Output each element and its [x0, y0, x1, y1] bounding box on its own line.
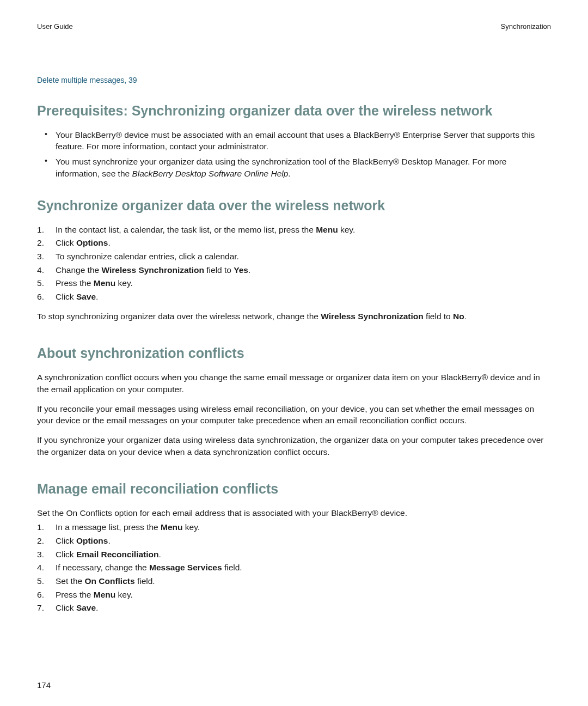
- heading-manage-conflicts: Manage email reconciliation conflicts: [37, 479, 551, 498]
- synchronize-steps: In the contact list, a calendar, the tas…: [37, 224, 551, 303]
- list-item: Click Email Reconciliation.: [37, 549, 551, 561]
- list-item: Click Save.: [37, 291, 551, 303]
- about-paragraph: If you reconcile your email messages usi…: [37, 403, 551, 427]
- list-item: Press the Menu key.: [37, 277, 551, 289]
- header-left: User Guide: [37, 22, 73, 32]
- header-right: Synchronization: [501, 22, 552, 32]
- list-item: Click Options.: [37, 535, 551, 547]
- list-item: If necessary, change the Message Service…: [37, 562, 551, 574]
- synchronize-note: To stop synchronizing organizer data ove…: [37, 311, 551, 322]
- list-item: Press the Menu key.: [37, 589, 551, 601]
- about-paragraph: A synchronization conflict occurs when y…: [37, 372, 551, 395]
- page-number: 174: [37, 679, 551, 691]
- page-header: User Guide Synchronization: [37, 22, 551, 32]
- heading-about-conflicts: About synchronization conflicts: [37, 344, 551, 363]
- list-item: You must synchronize your organizer data…: [37, 156, 551, 179]
- list-item: To synchronize calendar entries, click a…: [37, 251, 551, 263]
- manage-steps: In a message list, press the Menu key. C…: [37, 521, 551, 614]
- list-item: In the contact list, a calendar, the tas…: [37, 224, 551, 236]
- list-item: Change the Wireless Synchronization fiel…: [37, 264, 551, 276]
- heading-prerequisites: Prerequisites: Synchronizing organizer d…: [37, 101, 551, 120]
- list-item: In a message list, press the Menu key.: [37, 521, 551, 533]
- list-item: Click Options.: [37, 237, 551, 249]
- list-item: Your BlackBerry® device must be associat…: [37, 129, 551, 153]
- prerequisites-list: Your BlackBerry® device must be associat…: [37, 129, 551, 180]
- manage-intro: Set the On Conflicts option for each ema…: [37, 507, 551, 519]
- heading-synchronize: Synchronize organizer data over the wire…: [37, 196, 551, 215]
- about-paragraph: If you synchronize your organizer data u…: [37, 434, 551, 458]
- list-item: Click Save.: [37, 602, 551, 614]
- cross-reference-link[interactable]: Delete multiple messages, 39: [37, 75, 551, 86]
- list-item: Set the On Conflicts field.: [37, 575, 551, 587]
